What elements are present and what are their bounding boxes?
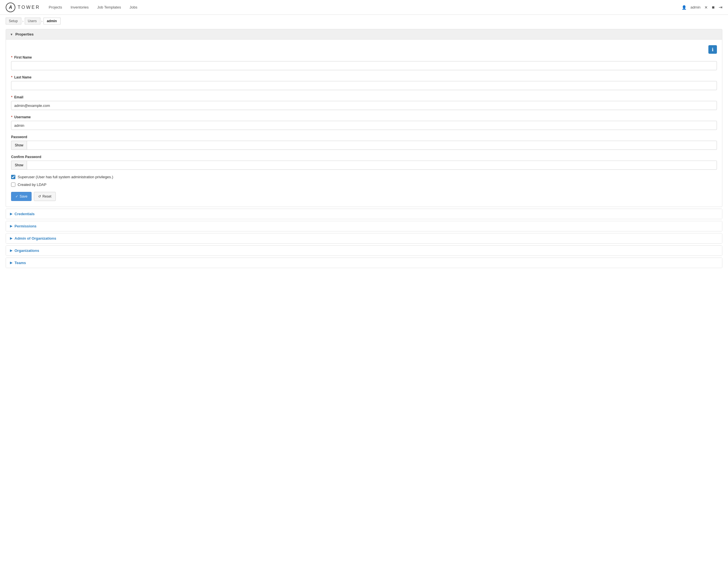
confirm-password-label: Confirm Password [11,155,717,159]
superuser-checkbox[interactable] [11,175,15,179]
logout-icon[interactable]: ⇥ [719,5,722,10]
breadcrumb-chevron-2: › [41,19,42,23]
confirm-password-field-wrapper: Show [11,161,717,170]
settings-icon[interactable]: ✕ [704,5,708,10]
last-name-group: * Last Name [11,75,717,90]
password-show-button[interactable]: Show [11,141,27,150]
properties-panel-body: ℹ * First Name * Last Name [6,40,722,207]
organizations-panel-header[interactable]: ▶ Organizations [6,246,722,256]
breadcrumb-admin[interactable]: admin [44,18,60,24]
first-name-group: * First Name [11,55,717,70]
credentials-panel: ▶ Credentials [6,209,722,219]
user-icon: 👤 [682,5,686,10]
form-button-row: ✓ Save ↺ Reset [11,192,717,201]
organizations-panel: ▶ Organizations [6,245,722,256]
nav-link-projects[interactable]: Projects [49,4,62,11]
superuser-checkbox-group: Superuser (User has full system administ… [11,175,717,179]
nav-link-inventories[interactable]: Inventories [71,4,89,11]
username-input[interactable] [11,121,717,130]
logo-circle: A [6,3,15,12]
reset-icon: ↺ [38,195,41,199]
breadcrumb-setup[interactable]: Setup [6,18,21,24]
ldap-checkbox-group: Created by LDAP [11,183,717,187]
credentials-toggle-icon: ▶ [10,212,12,216]
reset-button[interactable]: ↺ Reset [34,192,55,201]
last-name-required-star: * [11,75,13,79]
ldap-checkbox[interactable] [11,183,15,187]
breadcrumb: Setup › Users › admin [0,15,728,27]
breadcrumb-users[interactable]: Users [25,18,40,24]
top-navigation: A TOWER Projects Inventories Job Templat… [0,0,728,15]
nav-username[interactable]: admin [690,4,700,11]
organizations-toggle-icon: ▶ [10,249,12,253]
confirm-password-show-button[interactable]: Show [11,161,27,170]
info-icon-button[interactable]: ℹ [708,45,717,54]
first-name-input[interactable] [11,61,717,70]
nav-link-jobs[interactable]: Jobs [129,4,137,11]
properties-panel: ▼ Properties ℹ * First Name * [6,29,722,207]
main-content: ▼ Properties ℹ * First Name * [0,27,728,276]
username-required-star: * [11,115,13,119]
last-name-label: * Last Name [11,75,717,79]
email-input[interactable] [11,101,717,110]
last-name-input[interactable] [11,81,717,90]
teams-toggle-icon: ▶ [10,261,12,265]
credentials-panel-title: Credentials [15,212,35,216]
email-group: * Email [11,95,717,110]
properties-panel-title: Properties [15,32,34,36]
save-icon: ✓ [15,195,18,199]
nav-right: 👤 admin ✕ ■ ⇥ [682,4,722,11]
panel-body-header: ℹ [11,45,717,54]
credentials-panel-header[interactable]: ▶ Credentials [6,209,722,219]
chat-icon[interactable]: ■ [712,5,715,10]
teams-panel-header[interactable]: ▶ Teams [6,258,722,268]
email-label: * Email [11,95,717,99]
admin-orgs-panel: ▶ Admin of Organizations [6,233,722,244]
admin-orgs-panel-header[interactable]: ▶ Admin of Organizations [6,234,722,243]
username-label: * Username [11,115,717,119]
password-input[interactable] [27,141,717,150]
confirm-password-input[interactable] [27,161,717,170]
password-group: Password Show [11,135,717,150]
first-name-label: * First Name [11,55,717,59]
logo[interactable]: A TOWER [6,3,40,12]
properties-toggle-icon: ▼ [10,33,13,36]
first-name-required-star: * [11,55,13,59]
teams-panel: ▶ Teams [6,258,722,268]
logo-text: TOWER [18,5,40,10]
password-field-wrapper: Show [11,141,717,150]
admin-orgs-panel-title: Admin of Organizations [15,236,56,241]
email-required-star: * [11,95,13,99]
teams-panel-title: Teams [15,261,26,265]
permissions-toggle-icon: ▶ [10,224,12,228]
info-icon: ℹ [712,47,713,52]
organizations-panel-title: Organizations [15,249,39,253]
nav-links: Projects Inventories Job Templates Jobs [49,4,682,11]
permissions-panel: ▶ Permissions [6,221,722,232]
password-label: Password [11,135,717,139]
nav-link-job-templates[interactable]: Job Templates [97,4,121,11]
admin-orgs-toggle-icon: ▶ [10,237,12,240]
properties-panel-header[interactable]: ▼ Properties [6,29,722,40]
breadcrumb-chevron-1: › [22,19,23,23]
permissions-panel-title: Permissions [15,224,36,228]
confirm-password-group: Confirm Password Show [11,155,717,170]
superuser-label: Superuser (User has full system administ… [18,175,113,179]
save-button[interactable]: ✓ Save [11,192,32,201]
ldap-label: Created by LDAP [18,183,46,187]
permissions-panel-header[interactable]: ▶ Permissions [6,221,722,231]
username-group: * Username [11,115,717,130]
